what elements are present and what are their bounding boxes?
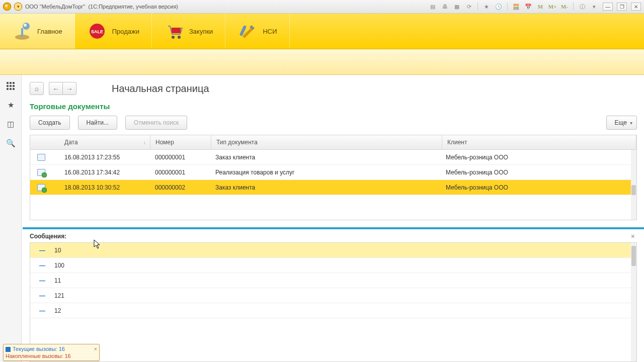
history-icon[interactable]: 🕓 — [494, 2, 503, 11]
dash-icon: — — [39, 262, 45, 269]
doc-status-icon — [37, 184, 45, 191]
message-row[interactable]: —11 — [30, 273, 636, 288]
memory-mplus[interactable]: M+ — [548, 2, 557, 11]
lamp-icon — [12, 21, 32, 41]
messages-scrollbar[interactable] — [631, 243, 636, 361]
cell-num: 000000002 — [150, 184, 210, 191]
table-header: Дата Номер Тип документа Клиент — [30, 135, 636, 150]
table-scrollbar[interactable] — [631, 150, 636, 220]
restore-button[interactable]: ❐ — [617, 3, 627, 11]
svg-point-3 — [24, 24, 27, 27]
doc-status-icon — [37, 154, 45, 161]
svg-text:SALE: SALE — [91, 29, 103, 34]
cell-type: Реализация товаров и услуг — [210, 169, 441, 176]
message-row[interactable]: —10 — [30, 243, 636, 258]
section-title: Торговые документы — [30, 102, 637, 111]
sub-nav — [0, 49, 644, 75]
status-close-icon[interactable]: × — [94, 345, 97, 352]
info-icon[interactable]: ⓘ — [578, 2, 587, 11]
cell-date: 18.08.2013 10:30:52 — [59, 184, 150, 191]
find-button[interactable]: Найти... — [78, 116, 117, 130]
col-client[interactable]: Клиент — [442, 135, 636, 149]
nav-nsi-label: НСИ — [263, 28, 277, 35]
message-row[interactable]: —100 — [30, 258, 636, 273]
close-button[interactable]: ✕ — [631, 3, 641, 11]
message-row[interactable]: —12 — [30, 303, 636, 318]
dash-icon: — — [39, 292, 45, 299]
minimize-button[interactable]: — — [603, 3, 613, 11]
cell-client: Мебель-розница ООО — [441, 154, 636, 161]
message-text: 10 — [54, 247, 61, 254]
memory-mminus[interactable]: M- — [560, 2, 569, 11]
nav-nsi[interactable]: НСИ — [225, 14, 289, 49]
clip-icon[interactable]: ◫ — [6, 119, 16, 129]
messages-close-icon[interactable]: × — [629, 232, 637, 240]
memory-m[interactable]: M — [536, 2, 545, 11]
toolbar-save-icon[interactable]: ▤ — [428, 2, 437, 11]
home-button[interactable]: ⌂ — [30, 82, 44, 95]
create-button[interactable]: Создать — [30, 116, 70, 130]
status-popup: × Текущие вызовы: 16 Накопленные вызовы:… — [3, 344, 100, 361]
col-type[interactable]: Тип документа — [211, 135, 442, 149]
apps-icon[interactable] — [6, 81, 16, 91]
table-row[interactable]: 18.08.2013 10:30:52000000002Заказ клиент… — [30, 180, 636, 195]
cell-num: 000000001 — [150, 154, 210, 161]
cell-type: Заказ клиента — [210, 184, 441, 191]
message-row[interactable]: —121 — [30, 288, 636, 303]
nav-main[interactable]: Главное — [0, 14, 75, 49]
svg-point-8 — [178, 36, 181, 39]
back-button[interactable]: ← — [49, 82, 62, 95]
dash-icon: — — [39, 307, 45, 314]
message-text: 12 — [54, 307, 61, 314]
svg-rect-6 — [172, 28, 181, 33]
cell-num: 000000001 — [150, 169, 210, 176]
info-dropdown-icon[interactable]: ▾ — [590, 2, 599, 11]
col-icon[interactable] — [30, 135, 59, 149]
col-num[interactable]: Номер — [150, 135, 211, 149]
favorite-icon[interactable]: ★ — [482, 2, 491, 11]
table-row[interactable]: 16.08.2013 17:34:42000000001Реализация т… — [30, 165, 636, 180]
titlebar: ▾ ООО "МебельДомТорг" (1С:Предприятие, у… — [0, 0, 644, 14]
message-text: 121 — [54, 292, 64, 299]
cart-icon — [164, 21, 184, 41]
nav-purchases[interactable]: Закупки — [152, 14, 225, 49]
toolbar-print-icon[interactable]: 🖶 — [440, 2, 449, 11]
cell-client: Мебель-розница ООО — [441, 169, 636, 176]
splitter[interactable] — [23, 227, 644, 229]
toolbar-refresh-icon[interactable]: ⟳ — [464, 2, 473, 11]
col-date[interactable]: Дата — [59, 135, 150, 149]
app-menu-dropdown[interactable]: ▾ — [14, 3, 22, 11]
cell-date: 16.08.2013 17:23:55 — [59, 154, 150, 161]
cell-type: Заказ клиента — [210, 154, 441, 161]
documents-table: Дата Номер Тип документа Клиент 16.08.20… — [30, 135, 637, 220]
left-strip: ★ ◫ 🔍 — [0, 75, 22, 362]
svg-rect-1 — [21, 28, 23, 36]
app-icon — [3, 3, 11, 11]
message-text: 11 — [54, 277, 61, 284]
nav-main-label: Главное — [37, 28, 62, 35]
forward-button[interactable]: → — [62, 82, 76, 95]
table-row[interactable]: 16.08.2013 17:23:55000000001Заказ клиент… — [30, 150, 636, 165]
doc-status-icon — [37, 169, 45, 176]
message-text: 100 — [54, 262, 64, 269]
window-title: ООО "МебельДомТорг" (1С:Предприятие, уче… — [25, 4, 425, 10]
messages-title: Сообщения: — [30, 233, 629, 240]
tools-icon — [237, 21, 258, 41]
cell-client: Мебель-розница ООО — [441, 184, 636, 191]
star-icon[interactable]: ★ — [6, 100, 16, 110]
dash-icon: — — [39, 277, 45, 284]
nav-sales-label: Продажи — [112, 28, 139, 35]
calc-icon[interactable]: 🧮 — [512, 2, 521, 11]
messages-list: —10—100—11—121—12 — [30, 242, 637, 362]
page-title: Начальная страница — [112, 83, 209, 95]
svg-point-7 — [172, 36, 175, 39]
nav-purchases-label: Закупки — [189, 28, 213, 35]
cell-date: 16.08.2013 17:34:42 — [59, 169, 150, 176]
cancel-search-button[interactable]: Отменить поиск — [125, 116, 187, 130]
nav-sales[interactable]: SALE Продажи — [75, 14, 152, 49]
toolbar-doc-icon[interactable]: ▦ — [452, 2, 461, 11]
main-nav: Главное SALE Продажи Закупки НСИ — [0, 14, 644, 49]
more-button[interactable]: Еще — [606, 116, 637, 130]
calendar-icon[interactable]: 📅 — [524, 2, 533, 11]
search-icon[interactable]: 🔍 — [6, 138, 16, 148]
